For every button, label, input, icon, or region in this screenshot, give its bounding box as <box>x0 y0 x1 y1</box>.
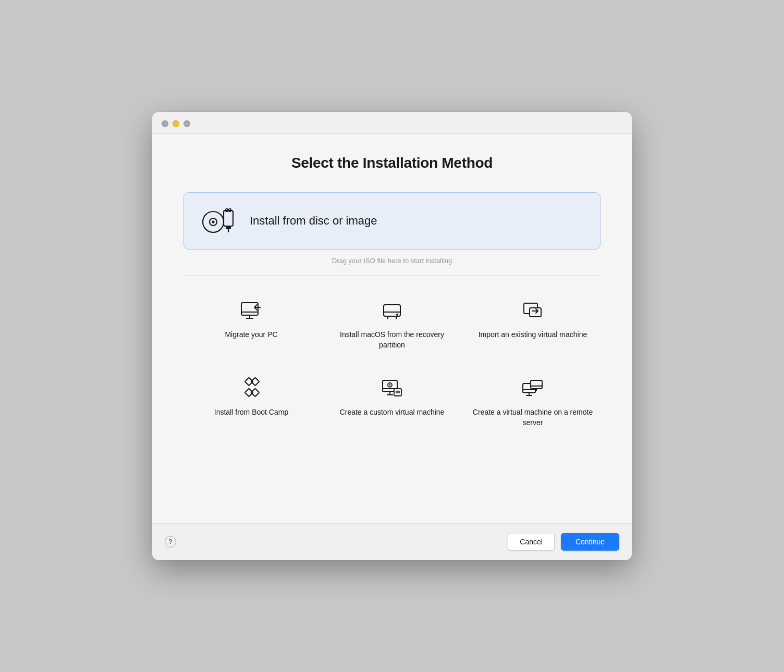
continue-button[interactable]: Continue <box>561 533 619 551</box>
section-divider <box>183 275 601 276</box>
install-bootcamp-label: Install from Boot Camp <box>214 407 288 418</box>
svg-point-15 <box>396 314 398 316</box>
import-vm-label: Import an existing virtual machine <box>479 330 587 340</box>
minimize-button[interactable] <box>173 120 179 127</box>
remote-vm-label: Create a virtual machine on a remote ser… <box>470 407 595 428</box>
remote-vm-option[interactable]: Create a virtual machine on a remote ser… <box>465 369 601 436</box>
svg-rect-3 <box>224 210 233 226</box>
options-grid: Migrate your PC Install macOS from the <box>183 291 601 436</box>
disc-image-icon <box>200 205 237 237</box>
footer: ? Cancel Continue <box>152 523 632 560</box>
install-macos-recovery-label: Install macOS from the recovery partitio… <box>329 330 455 350</box>
title-bar <box>152 112 632 134</box>
install-bootcamp-option[interactable]: Install from Boot Camp <box>183 369 319 436</box>
svg-rect-35 <box>394 389 401 396</box>
install-disc-label: Install from disc or image <box>250 214 377 228</box>
svg-rect-6 <box>226 226 231 229</box>
custom-vm-label: Create a custom virtual machine <box>340 407 445 418</box>
import-vm-option[interactable]: Import an existing virtual machine <box>465 291 601 358</box>
maximize-button[interactable] <box>183 120 190 127</box>
custom-vm-option[interactable]: Create a custom virtual machine <box>324 369 460 436</box>
migrate-pc-option[interactable]: Migrate your PC <box>183 291 319 358</box>
remote-vm-icon <box>521 377 544 400</box>
migrate-icon <box>240 300 263 322</box>
import-vm-icon <box>521 300 544 322</box>
migrate-pc-label: Migrate your PC <box>225 330 277 340</box>
custom-vm-icon <box>381 377 403 400</box>
help-button[interactable]: ? <box>165 536 176 547</box>
install-macos-recovery-option[interactable]: Install macOS from the recovery partitio… <box>324 291 460 358</box>
main-window: Select the Installation Method I <box>152 112 632 560</box>
footer-actions: Cancel Continue <box>508 533 619 551</box>
svg-point-28 <box>389 384 391 386</box>
install-disc-option[interactable]: Install from disc or image <box>183 192 601 250</box>
bootcamp-icon <box>240 377 263 400</box>
main-content: Select the Installation Method I <box>152 134 632 523</box>
recovery-icon <box>381 300 403 322</box>
svg-point-2 <box>212 221 215 223</box>
svg-rect-42 <box>531 380 542 389</box>
cancel-button[interactable]: Cancel <box>508 533 555 551</box>
page-title: Select the Installation Method <box>183 155 601 171</box>
close-button[interactable] <box>162 120 168 127</box>
svg-rect-19 <box>530 308 541 317</box>
drag-hint: Drag your ISO file here to start install… <box>183 257 601 265</box>
